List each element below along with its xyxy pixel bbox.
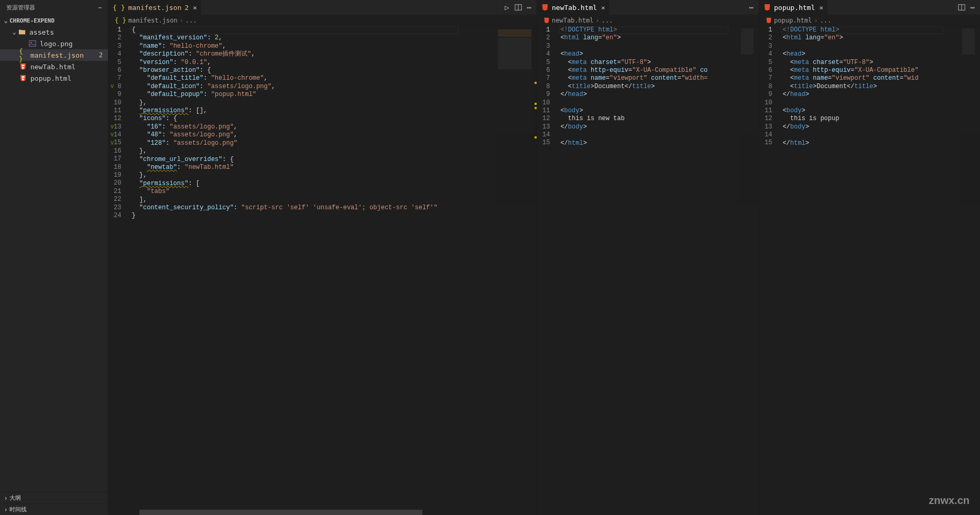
line-numbers: 123456789101112131415 bbox=[759, 26, 781, 515]
tabbar: popup.html × ⋯ bbox=[759, 0, 980, 15]
tab-manifest-json[interactable]: { } manifest.json 2 × bbox=[108, 0, 202, 15]
timeline-label: 时间线 bbox=[9, 506, 27, 513]
watermark: znwx.cn bbox=[929, 495, 970, 507]
problems-badge: 2 bbox=[99, 51, 103, 59]
gutter-mark-icon: V bbox=[108, 131, 116, 139]
file-manifest-json[interactable]: { } manifest.json 2 bbox=[0, 49, 108, 61]
breadcrumb-more: ... bbox=[186, 17, 197, 24]
split-editor-icon[interactable] bbox=[958, 4, 965, 11]
chevron-right-icon: › bbox=[2, 495, 9, 502]
json-icon: { } bbox=[115, 17, 126, 24]
gutter-mark-icon: V bbox=[108, 123, 116, 131]
chevron-right-icon: › bbox=[2, 506, 9, 513]
file-newtab-html[interactable]: newTab.html bbox=[0, 61, 108, 72]
editor-actions: ▷ ⋯ bbox=[499, 0, 537, 15]
folder-assets[interactable]: ⌄ assets bbox=[0, 26, 108, 38]
tabbar: newTab.html × ⋯ bbox=[537, 0, 759, 15]
chevron-right-icon: › bbox=[595, 17, 599, 24]
minimap[interactable] bbox=[959, 26, 980, 205]
more-icon[interactable]: ⋯ bbox=[971, 3, 975, 12]
close-icon[interactable]: × bbox=[815, 4, 823, 12]
json-icon: { } bbox=[19, 51, 27, 59]
run-icon[interactable]: ▷ bbox=[505, 3, 509, 12]
svg-rect-0 bbox=[29, 41, 36, 47]
close-icon[interactable]: × bbox=[597, 4, 605, 12]
json-icon: { } bbox=[113, 4, 125, 12]
chevron-down-icon: ⌄ bbox=[10, 28, 18, 36]
tab-label: manifest.json bbox=[128, 4, 181, 12]
file-label: newTab.html bbox=[30, 63, 75, 71]
svg-point-1 bbox=[30, 42, 31, 43]
line-numbers: V V V V 12345678910111213141516171819202… bbox=[108, 26, 130, 515]
code-content[interactable]: { "manifest_version": 2, "name": "hello-… bbox=[130, 26, 458, 515]
file-popup-html[interactable]: popup.html bbox=[0, 72, 108, 84]
image-icon bbox=[28, 39, 37, 48]
tab-popup-html[interactable]: popup.html × bbox=[759, 0, 828, 15]
file-label: logo.png bbox=[40, 40, 73, 48]
breadcrumb[interactable]: { } manifest.json › ... bbox=[108, 15, 537, 26]
tab-label: newTab.html bbox=[552, 4, 597, 12]
explorer-sidebar: 资源管理器 ⋯ ⌄ CHROME-EXPEND ⌄ assets logo.pn… bbox=[0, 0, 108, 515]
gutter-mark-icon: V bbox=[108, 83, 116, 91]
outline-panel[interactable]: › 大纲 bbox=[0, 492, 108, 503]
explorer-more-icon[interactable]: ⋯ bbox=[98, 4, 102, 11]
editor-actions: ⋯ bbox=[953, 0, 980, 15]
outline-label: 大纲 bbox=[9, 494, 21, 502]
editor-pane-3: popup.html × ⋯ popup.html › ... 12345678… bbox=[759, 0, 980, 515]
explorer-title-row: 资源管理器 ⋯ bbox=[0, 0, 108, 15]
editor-actions: ⋯ bbox=[744, 0, 759, 15]
file-label: popup.html bbox=[30, 74, 71, 82]
code-area[interactable]: 123456789101112131415 <!DOCTYPE html> <h… bbox=[537, 26, 759, 515]
breadcrumb-more: ... bbox=[820, 17, 831, 24]
code-content[interactable]: <!DOCTYPE html> <html lang="en"> <head> … bbox=[559, 26, 728, 515]
code-area[interactable]: V V V V 12345678910111213141516171819202… bbox=[108, 26, 537, 515]
html-icon bbox=[766, 17, 772, 24]
line-numbers: 123456789101112131415 bbox=[537, 26, 559, 515]
breadcrumb-more: ... bbox=[602, 17, 613, 24]
breadcrumb[interactable]: popup.html › ... bbox=[759, 15, 980, 26]
file-logo-png[interactable]: logo.png bbox=[0, 38, 108, 49]
editor-pane-2: newTab.html × ⋯ newTab.html › ... 123456… bbox=[537, 0, 759, 515]
breadcrumb-file: manifest.json bbox=[128, 17, 178, 24]
html-icon bbox=[764, 4, 771, 11]
folder-icon bbox=[18, 28, 26, 36]
file-label: manifest.json bbox=[30, 51, 84, 59]
breadcrumb-file: newTab.html bbox=[552, 17, 593, 24]
code-content[interactable]: <!DOCTYPE html> <html lang="en"> <head> … bbox=[781, 26, 943, 515]
root-folder-label: CHROME-EXPEND bbox=[9, 17, 55, 24]
chevron-down-icon: ⌄ bbox=[2, 17, 9, 24]
chevron-right-icon: › bbox=[180, 17, 183, 24]
minimap[interactable] bbox=[495, 26, 537, 205]
chevron-right-icon: › bbox=[814, 17, 818, 24]
close-icon[interactable]: × bbox=[189, 4, 197, 12]
html-icon bbox=[19, 62, 27, 71]
tab-newtab-html[interactable]: newTab.html × bbox=[537, 0, 610, 15]
more-icon[interactable]: ⋯ bbox=[527, 3, 531, 12]
tabbar: { } manifest.json 2 × ▷ ⋯ bbox=[108, 0, 537, 15]
breadcrumb[interactable]: newTab.html › ... bbox=[537, 15, 759, 26]
split-editor-icon[interactable] bbox=[515, 4, 522, 11]
html-icon bbox=[19, 74, 27, 82]
more-icon[interactable]: ⋯ bbox=[749, 3, 754, 12]
root-folder[interactable]: ⌄ CHROME-EXPEND bbox=[0, 15, 108, 26]
breadcrumb-file: popup.html bbox=[774, 17, 812, 24]
folder-label: assets bbox=[29, 28, 54, 36]
tab-label: popup.html bbox=[774, 4, 815, 12]
tab-badge: 2 bbox=[184, 4, 189, 12]
horizontal-scrollbar[interactable] bbox=[108, 510, 537, 515]
gutter-mark-icon: V bbox=[108, 140, 116, 147]
minimap[interactable] bbox=[738, 26, 759, 205]
explorer-title: 资源管理器 bbox=[6, 4, 35, 12]
html-icon bbox=[543, 17, 550, 24]
html-icon bbox=[541, 4, 549, 11]
code-area[interactable]: 123456789101112131415 <!DOCTYPE html> <h… bbox=[759, 26, 980, 515]
editor-pane-1: { } manifest.json 2 × ▷ ⋯ { } manifest.j… bbox=[108, 0, 537, 515]
timeline-panel[interactable]: › 时间线 bbox=[0, 503, 108, 515]
